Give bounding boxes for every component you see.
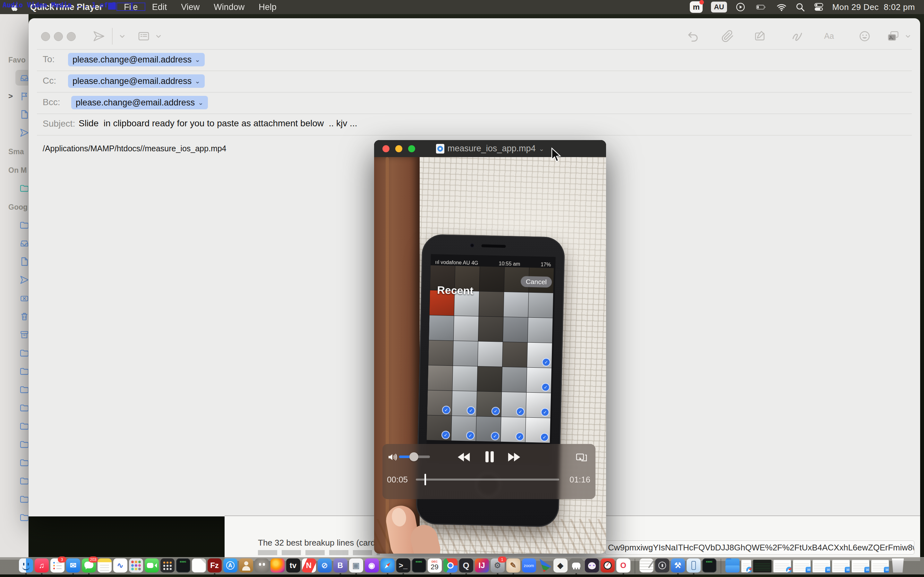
apple-tv-icon[interactable]: tv (286, 558, 300, 572)
sidebar-item-folder[interactable] (0, 472, 28, 490)
dock-item-inkscape[interactable]: ◆ (553, 558, 567, 574)
sidebar-item-junk[interactable] (0, 289, 28, 307)
dock-item-cat-app[interactable] (585, 558, 599, 574)
sidebar-item-folder[interactable] (0, 216, 28, 234)
news-icon[interactable]: N (302, 558, 316, 572)
chevron-down-icon[interactable] (118, 30, 127, 43)
recipient-token[interactable]: please.change@email.address⌄ (71, 96, 208, 109)
subject-text[interactable]: Slide in clipboard ready for you to past… (79, 118, 357, 129)
dock-item-exec-terminal[interactable]: exec (176, 558, 190, 574)
dock-item-chrome[interactable] (443, 558, 457, 574)
attach-button[interactable] (721, 30, 734, 43)
wave-app-icon[interactable]: ∿ (113, 558, 128, 572)
cat-app-icon[interactable] (585, 558, 599, 572)
sidebar-item-folder[interactable] (0, 417, 28, 435)
sidebar-item-folder[interactable] (0, 398, 28, 417)
address-row[interactable]: To:please.change@email.address⌄ (37, 49, 912, 71)
dock-item-terminal[interactable]: >_ (396, 558, 410, 574)
dock-item-notes[interactable] (97, 558, 111, 574)
sidebar-item-folder[interactable] (0, 490, 28, 508)
compose-titlebar[interactable]: Aa (29, 18, 920, 49)
dock-item-minimized-dialog[interactable] (773, 558, 791, 574)
minimize-button[interactable] (54, 32, 63, 41)
close-button[interactable] (41, 32, 50, 41)
dock-item-xcode[interactable]: ⚒ (671, 558, 685, 574)
volume-knob[interactable] (409, 452, 418, 461)
contacts-icon[interactable] (239, 558, 253, 572)
menu-extra-app-icon[interactable]: m (690, 1, 703, 13)
dock-item-screenshot-app[interactable]: ▣ (349, 558, 363, 574)
window-title[interactable]: measure_ios_app.mp4 (447, 143, 536, 153)
sidebar-item-folder[interactable] (0, 508, 28, 526)
dock-item-trash[interactable] (891, 558, 905, 574)
send-button[interactable] (92, 30, 105, 43)
exec-terminal-2-icon[interactable]: exec (412, 558, 426, 572)
dock-item-podcasts[interactable]: ◉ (365, 558, 379, 574)
launchpad-icon[interactable] (129, 558, 143, 572)
simulator-icon[interactable] (687, 558, 701, 572)
dock-item-quicktime-player[interactable]: Q (459, 558, 473, 574)
textedit-icon[interactable] (640, 558, 654, 572)
wifi-icon[interactable] (776, 2, 787, 12)
dock-item-zoom[interactable]: zoom (522, 558, 536, 574)
disclosure-chevron[interactable]: > (8, 92, 13, 101)
minimized-safari-page-icon[interactable] (741, 560, 751, 572)
minimized-mail-2-icon[interactable]: ✉ (813, 560, 830, 572)
pause-button[interactable] (481, 448, 498, 465)
minimized-mail-4-icon[interactable]: ✉ (851, 560, 869, 572)
dock-item-firefox[interactable] (270, 558, 284, 574)
video-frame[interactable]: ✓✓✓✓✓✓✓✓✓✓✓✓ ııl vodafone AU 4G 10:55 am… (374, 157, 606, 554)
play-circle-icon[interactable] (735, 2, 746, 12)
dock-item-kite-app[interactable] (538, 558, 552, 574)
opera-icon[interactable]: O (616, 558, 630, 572)
format-button[interactable]: Aa (822, 30, 835, 43)
dock-item-simulator[interactable] (687, 558, 701, 574)
screenshot-app-icon[interactable]: ▣ (349, 558, 363, 572)
dock-item-minimized-terminal-window[interactable] (753, 558, 772, 574)
exec-terminal-icon[interactable]: exec (176, 558, 190, 572)
xcode-icon[interactable]: ⚒ (671, 558, 685, 572)
menu-window[interactable]: Window (214, 2, 244, 12)
dock-item-exec-terminal-2[interactable]: exec (412, 558, 426, 574)
volume-slider[interactable] (399, 456, 430, 458)
markup-button[interactable] (754, 30, 766, 43)
zoom-icon[interactable]: zoom (522, 558, 536, 572)
dock-item-mail[interactable]: ✉ (66, 558, 80, 574)
mamp-icon[interactable] (569, 558, 583, 572)
app-store-icon[interactable]: A (223, 558, 237, 572)
zoom-button[interactable] (67, 32, 76, 41)
search-icon[interactable] (795, 2, 805, 12)
header-fields-button[interactable] (137, 30, 150, 43)
filezilla-icon[interactable]: Fz (208, 558, 222, 572)
firefox-icon[interactable] (270, 558, 284, 572)
minimized-dialog-icon[interactable] (773, 560, 791, 572)
chrome-icon[interactable] (443, 558, 457, 572)
dock-item-safari[interactable] (381, 558, 395, 574)
facetime-icon[interactable] (145, 558, 159, 572)
exec-terminal-3-icon[interactable]: exec (702, 558, 716, 572)
gimp-icon[interactable] (255, 558, 269, 572)
control-center-icon[interactable] (814, 2, 824, 12)
sidebar-item-inbox[interactable] (0, 234, 28, 252)
seek-bar[interactable] (416, 479, 559, 480)
quicktime-titlebar[interactable]: measure_ios_app.mp4 ⌄ (374, 140, 606, 157)
chevron-down-icon[interactable] (904, 30, 912, 43)
sidebar-item-archive[interactable] (0, 326, 28, 343)
dock-item-system-settings[interactable]: ⚙1 (491, 558, 505, 574)
sidebar-item-folder[interactable] (0, 435, 28, 453)
dock-item-gimp[interactable] (255, 558, 269, 574)
dock-item-blank-document[interactable] (192, 558, 206, 574)
dock-item-news[interactable]: N (302, 558, 316, 574)
recipient-token[interactable]: please.change@email.address⌄ (68, 74, 205, 88)
sidebar-item-inbox[interactable] (0, 69, 28, 87)
dock-item-apple-tv[interactable]: tv (286, 558, 300, 574)
quicktime-player-icon[interactable]: Q (459, 558, 473, 572)
mail-icon[interactable]: ✉ (66, 558, 80, 572)
dock-item-minimized-mail-1[interactable]: ✉ (793, 558, 811, 574)
dock-item-downloads-folder[interactable] (725, 558, 740, 574)
safari-icon[interactable] (381, 558, 395, 572)
message-body[interactable]: /Applications/MAMP/htdocs//measure_ios_a… (43, 144, 226, 153)
sidebar-item-flag[interactable]: > (0, 87, 28, 105)
downloads-folder-icon[interactable] (725, 558, 740, 572)
sidebar-item-trash[interactable] (0, 307, 28, 326)
